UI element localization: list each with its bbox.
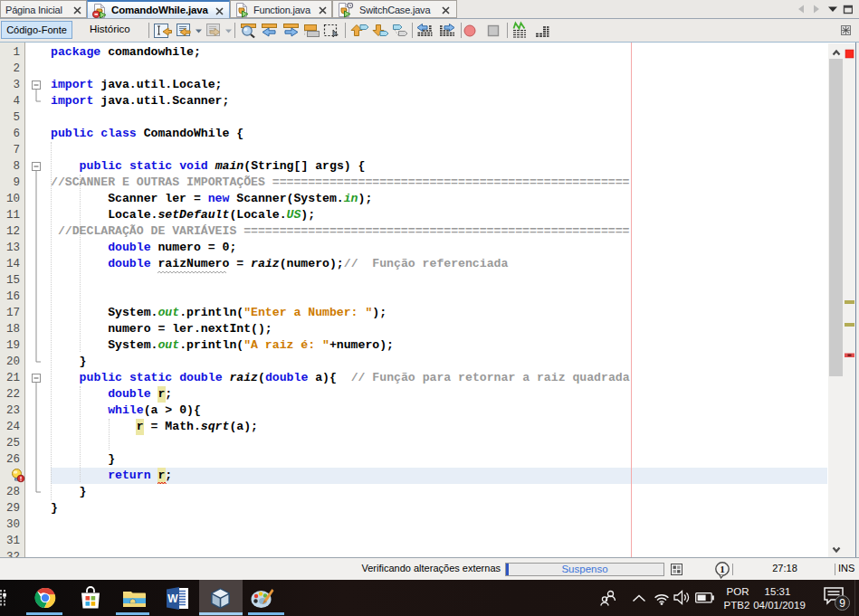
svg-text:1: 1: [720, 564, 725, 574]
svg-text:9: 9: [839, 597, 845, 610]
svg-text:W: W: [167, 592, 178, 605]
